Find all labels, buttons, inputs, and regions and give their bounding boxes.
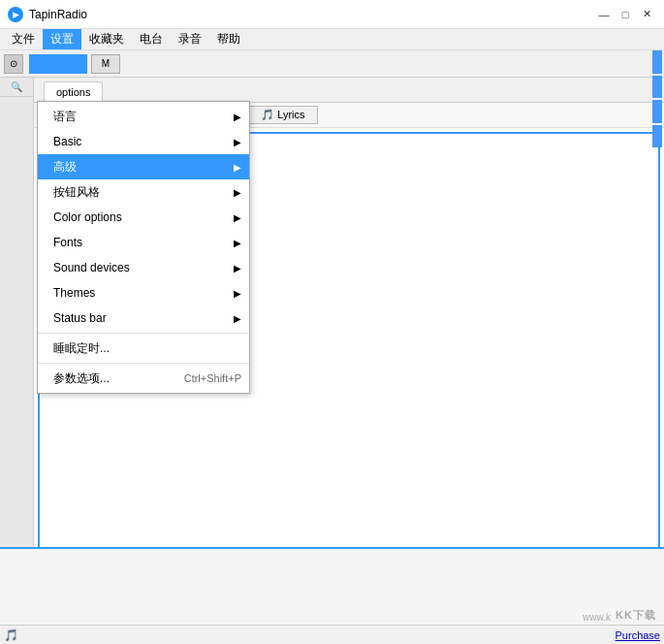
submenu-arrow: ▶ xyxy=(234,112,241,122)
toolbar: ⊙ M xyxy=(0,50,664,78)
submenu-arrow: ▶ xyxy=(234,212,241,223)
toolbar-icon-1[interactable]: ⊙ xyxy=(4,54,23,74)
menu-entry-themes[interactable]: Themes ▶ xyxy=(38,280,249,306)
watermark-url: www.k xyxy=(583,612,611,623)
search-side[interactable]: 🔍 xyxy=(0,78,33,97)
submenu-arrow: ▶ xyxy=(234,187,241,198)
menu-entry-status-bar[interactable]: Status bar ▶ xyxy=(38,306,249,331)
menu-entry-sound-devices[interactable]: Sound devices ▶ xyxy=(38,255,249,280)
app-title: TapinRadio xyxy=(29,8,594,21)
menu-bar: 文件 设置 收藏夹 电台 录音 帮助 xyxy=(0,29,664,50)
tab-options[interactable]: options xyxy=(44,81,103,102)
lyrics-button[interactable]: 🎵 Lyrics xyxy=(248,106,317,124)
app-content: ⊙ M 🔍 options 🔍 🔍 搜索搜索 📁 收藏夹 ⊙ New 🎵 Lyr… xyxy=(0,50,664,644)
menu-separator-1 xyxy=(38,333,249,334)
menu-entry-basic[interactable]: Basic ▶ xyxy=(38,129,249,154)
now-playing-bar xyxy=(29,54,87,74)
watermark: KK下载 xyxy=(616,608,656,623)
settings-dropdown: 语言 ▶ Basic ▶ 高级 ▶ 按钮风格 ▶ Color options ▶ xyxy=(37,101,250,394)
app-icon: ▶ xyxy=(8,7,23,22)
menu-entry-preferences[interactable]: 参数选项... Ctrl+Shift+P xyxy=(38,366,249,391)
menu-entry-button-style[interactable]: 按钮风格 ▶ xyxy=(38,179,249,205)
volume-button[interactable]: M xyxy=(91,54,120,74)
window-controls: — □ ✕ xyxy=(594,5,656,24)
menu-entry-advanced[interactable]: 高级 ▶ xyxy=(38,154,249,179)
blue-decorative-bars xyxy=(652,50,664,147)
status-bar: 🎵 Purchase xyxy=(0,625,664,644)
menu-help[interactable]: 帮助 xyxy=(209,29,248,49)
menu-file[interactable]: 文件 xyxy=(4,29,43,49)
submenu-arrow: ▶ xyxy=(234,238,241,248)
menu-entry-language[interactable]: 语言 ▶ xyxy=(38,104,249,129)
submenu-arrow: ▶ xyxy=(234,313,241,324)
menu-entry-sleep-timer[interactable]: 睡眠定时... xyxy=(38,336,249,361)
menu-favorites[interactable]: 收藏夹 xyxy=(81,29,132,49)
title-bar: ▶ TapinRadio — □ ✕ xyxy=(0,0,664,29)
shortcut-label: Ctrl+Shift+P xyxy=(184,372,241,384)
menu-settings[interactable]: 设置 xyxy=(43,29,81,49)
purchase-link[interactable]: Purchase xyxy=(616,629,660,641)
menu-radio[interactable]: 电台 xyxy=(132,29,171,49)
menu-record[interactable]: 录音 xyxy=(171,29,209,49)
menu-separator-2 xyxy=(38,363,249,364)
close-button[interactable]: ✕ xyxy=(637,5,656,24)
submenu-arrow: ▶ xyxy=(234,263,241,274)
maximize-button[interactable]: □ xyxy=(616,5,635,24)
submenu-arrow: ▶ xyxy=(234,162,241,173)
minimize-button[interactable]: — xyxy=(594,5,614,24)
menu-entry-color-options[interactable]: Color options ▶ xyxy=(38,205,249,230)
submenu-arrow: ▶ xyxy=(234,288,241,299)
menu-entry-fonts[interactable]: Fonts ▶ xyxy=(38,230,249,255)
submenu-arrow: ▶ xyxy=(234,137,241,147)
tabs-row: options xyxy=(34,78,664,103)
